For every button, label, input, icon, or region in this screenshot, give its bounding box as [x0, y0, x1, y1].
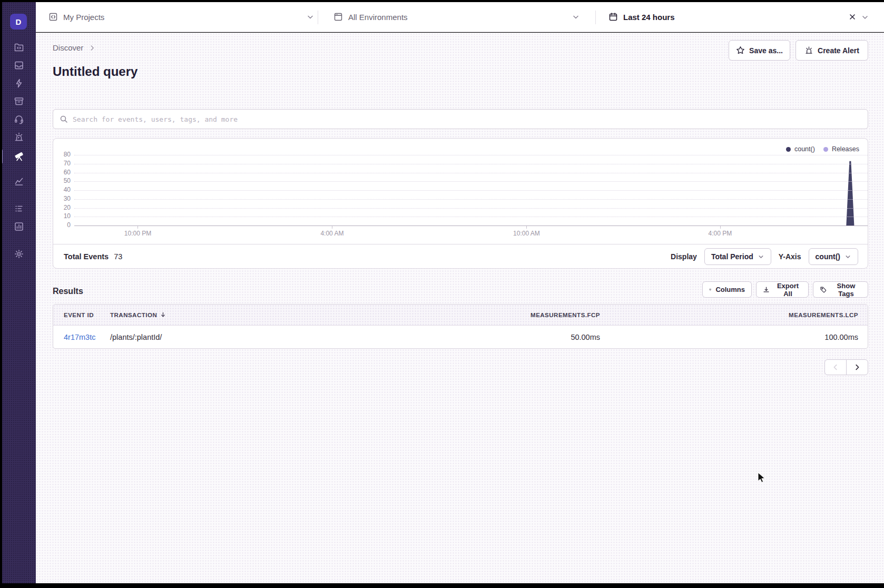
y-gridline: [74, 208, 868, 209]
columns-button[interactable]: Columns: [702, 281, 752, 298]
column-header-measurements-fcp[interactable]: MEASUREMENTS.FCP: [442, 312, 600, 318]
topbar-divider: [595, 11, 596, 24]
sidebar-item-alerts[interactable]: [2, 129, 36, 145]
sort-desc-icon: [160, 311, 166, 318]
environment-filter-icon: [333, 12, 343, 22]
calendar-icon: [608, 12, 618, 22]
y-gridline: [74, 199, 868, 200]
create-alert-label: Create Alert: [818, 46, 859, 55]
y-axis-tick-label: 0: [53, 221, 71, 229]
column-header-transaction[interactable]: TRANSACTION: [110, 311, 442, 318]
display-value: Total Period: [711, 252, 753, 261]
projects-icon: [14, 42, 24, 53]
chart-legend: count() Releases: [786, 145, 859, 153]
next-page-button[interactable]: [846, 359, 868, 375]
table-header-row: EVENT ID TRANSACTION MEASUREMENTS.FCP ME…: [53, 305, 868, 326]
results-title: Results: [53, 287, 83, 296]
yaxis-select[interactable]: count(): [809, 248, 858, 265]
project-filter-label: My Projects: [63, 13, 104, 22]
legend-item-releases[interactable]: Releases: [823, 145, 859, 153]
sidebar-item-user-feedback[interactable]: [2, 111, 36, 127]
siren-icon: [14, 132, 24, 142]
chevron-left-icon: [832, 364, 839, 371]
previous-page-button[interactable]: [824, 359, 847, 375]
save-as-button[interactable]: Save as...: [729, 40, 790, 61]
sidebar-item-issues[interactable]: [2, 57, 36, 73]
sidebar-item-stats[interactable]: [2, 219, 36, 234]
sidebar-item-stats-list[interactable]: [2, 201, 36, 217]
top-filter-bar: My Projects All Environments Last 24 hou…: [36, 2, 884, 32]
gear-icon: [14, 249, 24, 259]
y-gridline: [74, 173, 868, 173]
archive-icon: [14, 96, 24, 106]
sidebar-item-projects[interactable]: [2, 40, 36, 55]
y-gridline: [74, 155, 868, 155]
lightning-icon: [14, 78, 24, 89]
releases-legend-label: Releases: [832, 145, 859, 153]
chart-footer: Total Events73 Display Total Period Y-Ax…: [53, 244, 868, 269]
export-all-label: Export All: [774, 282, 802, 298]
clear-date-icon[interactable]: [848, 13, 857, 21]
sidebar-item-dashboards[interactable]: [2, 173, 36, 189]
results-table: EVENT ID TRANSACTION MEASUREMENTS.FCP ME…: [53, 304, 868, 349]
x-axis-tick-mark: [526, 226, 527, 229]
date-filter[interactable]: Last 24 hours: [608, 2, 884, 32]
org-avatar[interactable]: D: [10, 14, 27, 30]
x-axis-tick-label: 4:00 AM: [308, 230, 356, 237]
measurements-fcp-cell: 50.00ms: [442, 333, 600, 341]
star-icon: [736, 46, 745, 55]
create-alert-button[interactable]: Create Alert: [795, 40, 868, 61]
search-icon: [60, 115, 68, 123]
search-bar: [53, 109, 868, 129]
yaxis-value: count(): [816, 252, 840, 261]
column-header-event-id[interactable]: EVENT ID: [64, 312, 110, 318]
y-axis-tick-label: 20: [53, 204, 71, 211]
project-filter-icon: [48, 12, 58, 22]
issues-icon: [14, 60, 24, 71]
export-all-button[interactable]: Export All: [756, 281, 809, 298]
date-filter-label: Last 24 hours: [623, 13, 675, 22]
pagination: [824, 359, 868, 375]
chevron-down-icon: [844, 253, 851, 260]
y-gridline: [74, 181, 868, 182]
chevron-down-icon: [572, 13, 580, 21]
y-gridline: [74, 190, 868, 191]
siren-icon: [804, 46, 813, 55]
y-axis-tick-label: 80: [53, 151, 71, 158]
sidebar-item-performance[interactable]: [2, 75, 36, 91]
table-row: 4r17m3tc /plants/:plantId/ 50.00ms 100.0…: [53, 326, 868, 348]
y-axis-tick-label: 50: [53, 177, 71, 184]
x-axis-line: [74, 226, 868, 226]
yaxis-label: Y-Axis: [779, 252, 801, 261]
layers-icon: [709, 286, 711, 293]
project-filter[interactable]: My Projects: [48, 2, 315, 32]
search-input[interactable]: [73, 110, 868, 129]
sidebar-item-releases[interactable]: [2, 93, 36, 109]
sidebar-item-discover[interactable]: [2, 148, 36, 164]
date-chevron-down-icon[interactable]: [861, 13, 869, 22]
sidebar-item-settings[interactable]: [2, 246, 36, 262]
x-axis-tick-mark: [332, 226, 332, 229]
measurements-lcp-cell: 100.00ms: [600, 333, 858, 341]
count-legend-label: count(): [794, 145, 815, 153]
breadcrumb: Discover: [53, 43, 96, 52]
breadcrumb-discover[interactable]: Discover: [53, 43, 83, 52]
mouse-cursor: [758, 472, 766, 484]
show-tags-button[interactable]: Show Tags: [813, 281, 868, 298]
column-header-measurements-lcp[interactable]: MEASUREMENTS.LCP: [600, 312, 858, 318]
line-chart-icon: [14, 176, 24, 187]
legend-item-count[interactable]: count(): [786, 145, 815, 153]
count-legend-dot: [786, 147, 791, 152]
display-label: Display: [671, 252, 697, 261]
page-title: Untitled query: [53, 64, 137, 79]
y-axis-tick-label: 40: [53, 186, 71, 193]
y-axis-tick-label: 70: [53, 160, 71, 167]
x-axis-tick-mark: [720, 226, 721, 229]
display-select[interactable]: Total Period: [704, 248, 771, 265]
columns-label: Columns: [715, 286, 745, 293]
download-icon: [763, 286, 770, 293]
x-axis-tick-mark: [137, 226, 138, 229]
environment-filter[interactable]: All Environments: [333, 2, 580, 32]
event-id-link[interactable]: 4r17m3tc: [64, 333, 110, 341]
frame-top: [0, 0, 884, 2]
